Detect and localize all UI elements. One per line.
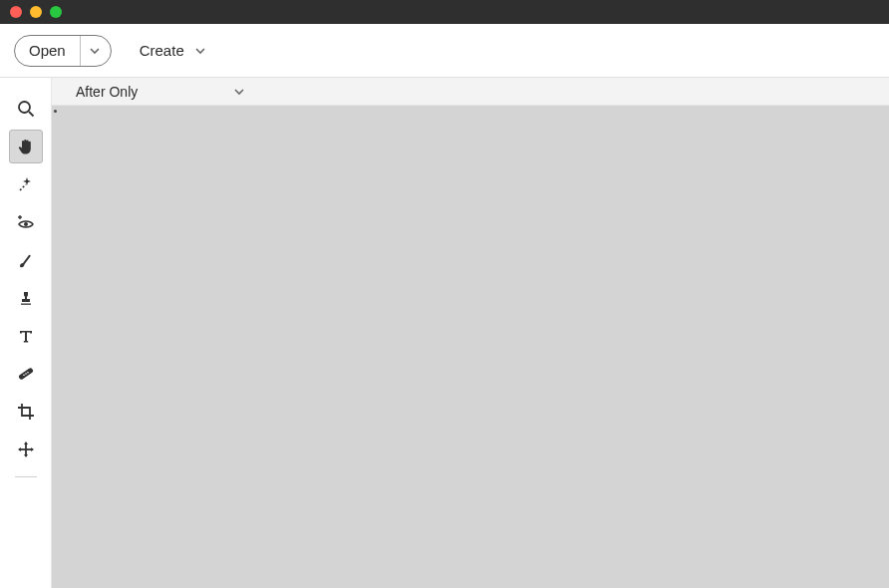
tool-hand[interactable] — [9, 130, 43, 163]
tool-type[interactable] — [9, 319, 43, 353]
open-dropdown-toggle[interactable] — [80, 36, 111, 66]
view-mode-select[interactable]: After Only — [76, 84, 245, 100]
tool-quick-select[interactable] — [9, 167, 43, 201]
chevron-down-icon — [194, 45, 206, 57]
create-button-label: Create — [140, 42, 184, 59]
menubar: Open Create — [0, 24, 889, 78]
create-menu-button[interactable]: Create — [140, 42, 206, 59]
view-mode-bar: After Only — [52, 78, 889, 106]
toolbar-separator — [15, 476, 37, 477]
tool-red-eye[interactable] — [9, 205, 43, 239]
tool-stamp[interactable] — [9, 281, 43, 315]
open-button-label: Open — [15, 36, 80, 66]
svg-rect-6 — [21, 304, 31, 305]
stamp-icon — [17, 289, 35, 307]
open-split-button[interactable]: Open — [14, 35, 112, 67]
tool-palette — [0, 78, 52, 588]
type-icon — [17, 327, 35, 345]
brush-icon — [17, 251, 35, 269]
chevron-down-icon — [89, 45, 101, 57]
lasso-wand-icon — [17, 175, 35, 193]
svg-point-8 — [25, 373, 27, 375]
bandage-icon — [17, 365, 35, 383]
window-minimize-button[interactable] — [30, 6, 42, 18]
zoom-icon — [17, 100, 35, 118]
view-mode-label: After Only — [76, 84, 138, 100]
tool-healing[interactable] — [9, 357, 43, 391]
svg-point-9 — [23, 375, 25, 377]
eye-plus-icon — [16, 212, 36, 232]
crop-icon — [17, 403, 35, 421]
tool-zoom[interactable] — [9, 92, 43, 126]
svg-line-1 — [29, 112, 34, 117]
hand-icon — [16, 137, 36, 156]
svg-point-10 — [27, 372, 29, 374]
editor-main: After Only — [52, 78, 889, 588]
app-body: After Only — [0, 78, 889, 588]
titlebar — [0, 0, 889, 24]
svg-point-5 — [24, 222, 28, 226]
tool-crop[interactable] — [9, 395, 43, 429]
canvas-area[interactable] — [52, 106, 889, 588]
window-close-button[interactable] — [10, 6, 22, 18]
svg-line-2 — [20, 184, 26, 190]
svg-point-0 — [19, 102, 30, 113]
window-zoom-button[interactable] — [50, 6, 62, 18]
move-icon — [17, 441, 35, 458]
canvas-origin-marker — [54, 110, 57, 113]
tool-move[interactable] — [9, 433, 43, 466]
tool-brush[interactable] — [9, 243, 43, 277]
chevron-down-icon — [233, 86, 245, 98]
